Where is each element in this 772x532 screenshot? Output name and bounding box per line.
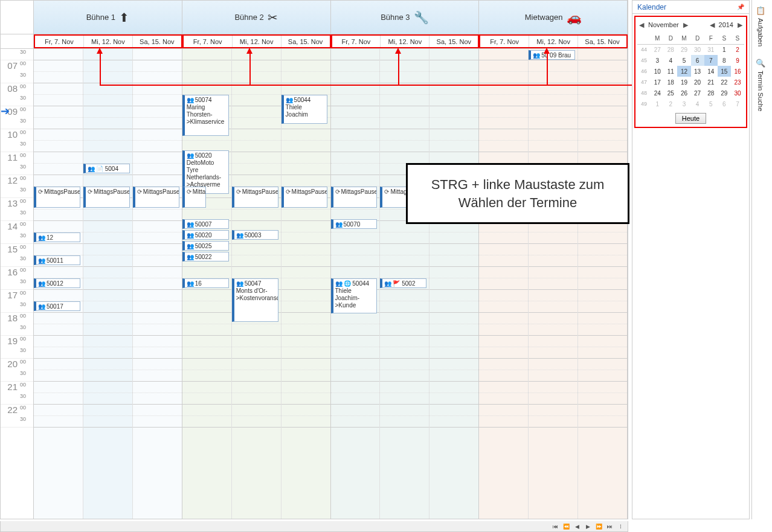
scroll-prev-icon[interactable]: ◀: [572, 522, 582, 531]
mini-calendar-day[interactable]: 1: [718, 44, 731, 55]
mini-calendar-day[interactable]: 4: [691, 98, 704, 109]
appointment[interactable]: 👥50003: [232, 230, 278, 240]
mini-calendar-day[interactable]: 4: [664, 55, 677, 66]
mini-calendar-day[interactable]: 30: [691, 44, 704, 55]
date-column-header[interactable]: Fr, 7. Nov: [480, 36, 529, 47]
mini-calendar-day[interactable]: 7: [731, 98, 744, 109]
resource-cell[interactable]: Bühne 1 ⬆: [34, 1, 182, 34]
mini-calendar-day[interactable]: 8: [718, 55, 731, 66]
scroll-settings-icon[interactable]: ⁞: [616, 522, 625, 531]
mini-calendar-day[interactable]: 28: [704, 88, 718, 98]
next-year-icon[interactable]: ▶: [736, 21, 744, 29]
appointment[interactable]: 👥50 09 Brau: [529, 50, 575, 60]
mini-calendar-day[interactable]: 11: [664, 66, 677, 77]
resource-cell[interactable]: Mietwagen 🚗: [479, 1, 628, 34]
scroll-forward-full-icon[interactable]: ⏭: [605, 522, 614, 531]
mini-calendar-day[interactable]: 3: [677, 98, 690, 109]
day-column[interactable]: ⟳MittagsPause👥50003👥50047 Monts d'Or->Ko…: [232, 49, 281, 519]
mini-calendar-day[interactable]: 16: [731, 66, 744, 77]
day-column[interactable]: 👥50 09 Brau: [529, 49, 578, 519]
day-column[interactable]: [429, 49, 478, 519]
date-column-header[interactable]: Sa, 15. Nov: [281, 36, 330, 47]
appointment[interactable]: ⟳MittagsPause: [83, 187, 130, 208]
appointment[interactable]: 👥50012: [34, 278, 80, 288]
mini-calendar-day[interactable]: 5: [677, 55, 690, 66]
scroll-next-icon[interactable]: ▶: [583, 522, 593, 531]
today-button[interactable]: Heute: [675, 113, 706, 124]
mini-calendar-day[interactable]: 20: [691, 77, 704, 88]
mini-calendar-day[interactable]: 30: [731, 88, 744, 98]
appointment[interactable]: ⟳MittagsPause: [34, 187, 80, 208]
mini-calendar-day[interactable]: 9: [731, 55, 744, 66]
appointment[interactable]: 👥50007: [182, 219, 229, 229]
mini-calendar-day[interactable]: 28: [664, 44, 677, 55]
appointment[interactable]: 👥50044 Thiele Joachim: [281, 95, 328, 124]
date-column-header[interactable]: Sa, 15. Nov: [429, 36, 478, 47]
mini-calendar-day[interactable]: 27: [691, 88, 704, 98]
mini-calendar-day[interactable]: 21: [704, 77, 718, 88]
date-column-header[interactable]: Sa, 15. Nov: [578, 36, 626, 47]
appointment[interactable]: 👥12: [34, 232, 80, 242]
resource-cell[interactable]: Bühne 2 ✂: [182, 1, 331, 34]
appointment[interactable]: 👥50074 Maring Thorsten->Klimaservice: [182, 95, 229, 136]
appointment[interactable]: 👥🌐 50044 Thiele Joachim->Kunde: [331, 278, 378, 313]
appointment[interactable]: ⟳MittagsPause: [232, 187, 278, 208]
mini-calendar-day[interactable]: 19: [677, 77, 690, 88]
mini-calendar-day[interactable]: 6: [691, 55, 704, 66]
appointment[interactable]: ⟳MittagsPause: [182, 187, 206, 208]
scroll-rewind-full-icon[interactable]: ⏮: [550, 522, 560, 531]
mini-calendar-day[interactable]: 14: [704, 66, 718, 77]
scheduler-grid[interactable]: ➔ 30070030080030090030100030110030120030…: [1, 49, 628, 519]
mini-calendar-day[interactable]: 7: [704, 55, 718, 66]
mini-calendar-day[interactable]: 26: [677, 88, 690, 98]
day-column[interactable]: ⟳MittagsPause: [133, 49, 182, 519]
appointment[interactable]: 👥📄 5004: [83, 164, 130, 173]
date-column-header[interactable]: Fr, 7. Nov: [332, 36, 381, 47]
mini-calendar-day[interactable]: 2: [664, 98, 677, 109]
appointment[interactable]: 👥50022: [182, 252, 229, 261]
mini-calendar-day[interactable]: 5: [704, 98, 718, 109]
mini-calendar-grid[interactable]: MDMDFSS 44272829303112453456789461011121…: [637, 33, 744, 109]
mini-calendar-day[interactable]: 23: [731, 77, 744, 88]
appointment[interactable]: ⟳MittagsPause: [331, 187, 378, 208]
date-column-header[interactable]: Mi, 12. Nov: [381, 36, 429, 47]
appointment[interactable]: 👥16: [182, 278, 229, 288]
date-column-header[interactable]: Fr, 7. Nov: [184, 36, 233, 47]
tab-aufgaben[interactable]: 📋 Aufgaben: [752, 0, 769, 53]
day-column[interactable]: ⟳MittagsP👥🚩 5002: [380, 49, 429, 519]
horizontal-scrollbar[interactable]: ⏮ ⏪ ◀ ▶ ⏩ ⏭ ⁞: [0, 521, 628, 532]
appointment[interactable]: 👥50070: [331, 219, 378, 229]
date-column-header[interactable]: Mi, 12. Nov: [84, 36, 133, 47]
mini-calendar-day[interactable]: 27: [651, 44, 664, 55]
date-column-header[interactable]: Mi, 12. Nov: [529, 36, 578, 47]
pin-icon[interactable]: 📌: [737, 4, 744, 10]
mini-calendar-day[interactable]: 29: [718, 88, 731, 98]
resource-cell[interactable]: Bühne 3 🔧: [331, 1, 480, 34]
mini-calendar-day[interactable]: 3: [651, 55, 664, 66]
prev-month-icon[interactable]: ◀: [637, 21, 646, 29]
day-column[interactable]: 👥📄 5004⟳MittagsPause: [83, 49, 133, 519]
appointment[interactable]: 👥50025: [182, 241, 229, 251]
mini-calendar-day[interactable]: 10: [651, 66, 664, 77]
appointment[interactable]: 👥50011: [34, 255, 80, 265]
mini-calendar-day[interactable]: 25: [664, 88, 677, 98]
mini-calendar-day[interactable]: 2: [731, 44, 744, 55]
date-column-header[interactable]: Mi, 12. Nov: [233, 36, 281, 47]
scroll-rewind-icon[interactable]: ⏪: [561, 522, 571, 531]
day-column[interactable]: [479, 49, 529, 519]
date-column-header[interactable]: Fr, 7. Nov: [35, 36, 84, 47]
mini-calendar-day[interactable]: 6: [718, 98, 731, 109]
mini-calendar-day[interactable]: 13: [691, 66, 704, 77]
mini-calendar-day[interactable]: 31: [704, 44, 718, 55]
appointment[interactable]: 👥🚩 5002: [380, 278, 426, 288]
appointment[interactable]: 👥50017: [34, 301, 80, 311]
mini-calendar-day[interactable]: 17: [651, 77, 664, 88]
day-column[interactable]: ⟳MittagsPause👥12👥50011👥50012👥50017: [34, 49, 83, 519]
day-column[interactable]: ⟳MittagsPause👥50070👥🌐 50044 Thiele Joach…: [331, 49, 381, 519]
prev-year-icon[interactable]: ◀: [708, 21, 716, 29]
day-column[interactable]: [578, 49, 627, 519]
mini-calendar-day[interactable]: 12: [677, 66, 690, 77]
appointment[interactable]: 👥50047 Monts d'Or->Kostenvoranschlag: [232, 278, 278, 322]
mini-calendar-day[interactable]: 24: [651, 88, 664, 98]
day-column[interactable]: 👥50044 Thiele Joachim⟳MittagsPause: [281, 49, 330, 519]
